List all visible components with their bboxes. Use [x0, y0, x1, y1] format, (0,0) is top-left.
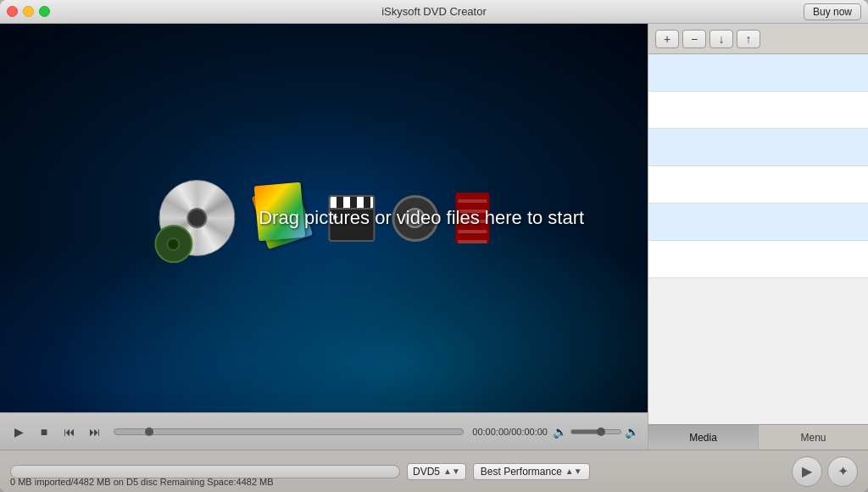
disc-type-select[interactable]: DVD5 ▲▼ — [407, 463, 466, 480]
right-panel: + − ↓ ↑ Media Menu — [648, 24, 868, 450]
maximize-button[interactable] — [39, 6, 50, 17]
video-canvas[interactable]: ▶ Drag pictures or video files here to s… — [0, 24, 648, 412]
reel-center — [167, 238, 181, 251]
burn-button[interactable]: ▶ — [792, 456, 822, 487]
quality-arrow: ▲▼ — [565, 467, 582, 476]
minimize-button[interactable] — [23, 6, 34, 17]
volume-icon: 🔈 — [553, 425, 567, 439]
play-button[interactable]: ▶ — [8, 422, 29, 442]
main-content: ▶ Drag pictures or video files here to s… — [0, 24, 868, 450]
title-bar: iSkysoft DVD Creator Buy now — [0, 0, 868, 24]
tab-menu[interactable]: Menu — [759, 425, 868, 450]
settings-button[interactable]: ✦ — [827, 456, 858, 487]
volume-max-icon: 🔊 — [625, 425, 639, 439]
move-down-button[interactable]: ↓ — [709, 30, 733, 48]
list-item[interactable] — [648, 129, 868, 166]
volume-slider[interactable] — [570, 429, 621, 434]
add-item-button[interactable]: + — [655, 30, 679, 48]
volume-area: 🔈 🔊 — [553, 425, 639, 439]
quality-select[interactable]: Best Performance ▲▼ — [473, 463, 590, 480]
list-item[interactable] — [648, 204, 868, 241]
buy-now-button[interactable]: Buy now — [804, 3, 861, 20]
transport-bar: ▶ ■ ⏮ ⏭ 00:00:00/00:00:00 🔈 🔊 — [0, 412, 648, 450]
next-button[interactable]: ⏭ — [85, 422, 105, 442]
disc-type-arrow: ▲▼ — [443, 467, 460, 476]
panel-tabs: Media Menu — [648, 424, 868, 450]
panel-toolbar: + − ↓ ↑ — [648, 24, 868, 54]
remove-item-button[interactable]: − — [682, 30, 706, 48]
list-item[interactable] — [648, 92, 868, 129]
seek-thumb — [145, 428, 153, 436]
time-display: 00:00:00/00:00:00 — [472, 427, 548, 437]
app-window: iSkysoft DVD Creator Buy now — [0, 0, 868, 492]
list-item[interactable] — [648, 166, 868, 204]
dvd-icon — [159, 180, 235, 256]
status-info: 0 MB imported/4482 MB on D5 disc Remaini… — [10, 477, 274, 487]
traffic-lights — [7, 6, 50, 17]
video-section: ▶ Drag pictures or video files here to s… — [0, 24, 648, 450]
playlist-area[interactable] — [648, 54, 868, 424]
disc-type-selector[interactable]: DVD5 ▲▼ — [407, 463, 466, 480]
action-buttons: ▶ ✦ — [792, 456, 858, 487]
film-reel-icon — [154, 225, 192, 263]
prev-button[interactable]: ⏮ — [59, 422, 80, 442]
volume-thumb — [597, 428, 605, 436]
drag-text: Drag pictures or video files here to sta… — [259, 207, 584, 229]
tab-media[interactable]: Media — [648, 425, 759, 450]
stop-button[interactable]: ■ — [34, 422, 54, 442]
list-item[interactable] — [648, 54, 868, 92]
status-bar: DVD5 ▲▼ Best Performance ▲▼ ▶ ✦ 0 MB imp… — [0, 450, 868, 492]
seek-bar[interactable] — [114, 428, 464, 435]
move-up-button[interactable]: ↑ — [737, 30, 760, 48]
close-button[interactable] — [7, 6, 18, 17]
list-item[interactable] — [648, 241, 868, 278]
window-title: iSkysoft DVD Creator — [381, 5, 487, 18]
